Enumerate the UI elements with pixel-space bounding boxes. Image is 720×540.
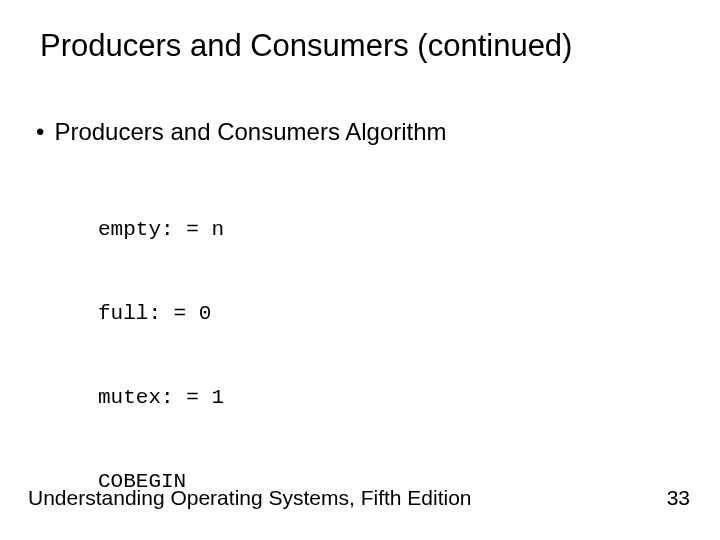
- bullet-marker: •: [36, 118, 44, 146]
- slide: Producers and Consumers (continued) • Pr…: [0, 0, 720, 540]
- code-line: full: = 0: [98, 300, 590, 328]
- footer-source: Understanding Operating Systems, Fifth E…: [28, 486, 472, 510]
- algorithm-code: empty: = n full: = 0 mutex: = 1 COBEGIN …: [98, 160, 590, 540]
- bullet-text: Producers and Consumers Algorithm: [54, 118, 446, 146]
- page-number: 33: [667, 486, 690, 510]
- slide-title: Producers and Consumers (continued): [40, 28, 690, 64]
- code-line: empty: = n: [98, 216, 590, 244]
- code-line: mutex: = 1: [98, 384, 590, 412]
- bullet-item: • Producers and Consumers Algorithm: [36, 118, 447, 146]
